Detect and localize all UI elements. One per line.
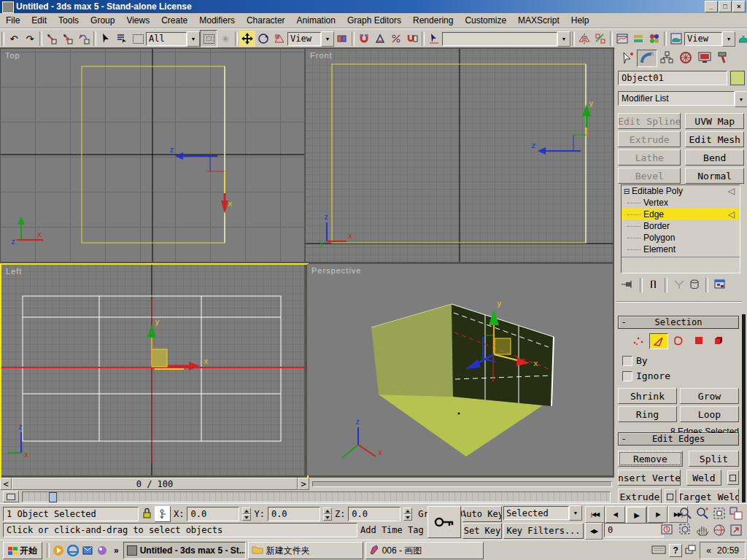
menu-help[interactable]: Help bbox=[565, 14, 595, 27]
start-button[interactable]: 开始 bbox=[3, 542, 42, 559]
render-type-dropdown[interactable]: View ▼ bbox=[684, 32, 735, 46]
menu-character[interactable]: Character bbox=[241, 14, 291, 27]
zoom-region-icon[interactable] bbox=[678, 523, 693, 540]
stack-item-element[interactable]: Element bbox=[622, 244, 740, 255]
viewport-perspective[interactable]: Perspective bbox=[307, 264, 613, 475]
stack-item-border[interactable]: Border bbox=[622, 220, 740, 232]
panel-scrollbar[interactable] bbox=[742, 314, 746, 502]
tray-collapse-chevron[interactable]: « bbox=[706, 545, 711, 556]
key-filters-button[interactable]: Key Filters... bbox=[503, 523, 584, 539]
object-name-field[interactable]: Object01 bbox=[618, 71, 727, 85]
menu-create[interactable]: Create bbox=[155, 14, 193, 27]
select-by-name-button[interactable] bbox=[114, 31, 130, 47]
dropdown-arrow-icon[interactable]: ▼ bbox=[569, 505, 582, 521]
element-sub-object-icon[interactable] bbox=[710, 333, 727, 348]
bend-button[interactable]: Bend bbox=[685, 149, 744, 166]
z-spinner[interactable] bbox=[403, 508, 412, 521]
minimize-button[interactable]: _ bbox=[705, 1, 718, 12]
zoom-all-icon[interactable] bbox=[695, 506, 710, 523]
extrude-button[interactable]: Extrude bbox=[618, 489, 662, 505]
zoom-icon[interactable] bbox=[678, 506, 693, 523]
z-coordinate-field[interactable]: 0.0 bbox=[348, 507, 400, 521]
mirror-button[interactable] bbox=[576, 31, 592, 47]
select-and-rotate-button[interactable] bbox=[255, 31, 271, 47]
pan-hand-icon[interactable] bbox=[695, 523, 710, 540]
grow-button[interactable]: Grow bbox=[680, 388, 739, 404]
viewport-left[interactable]: Left y bbox=[0, 263, 309, 480]
vertex-sub-object-icon[interactable] bbox=[630, 333, 647, 348]
insert-vertex-button[interactable]: Insert Vertex bbox=[618, 470, 681, 486]
dropdown-arrow-icon[interactable]: ▼ bbox=[735, 91, 747, 107]
tray-display-icon[interactable] bbox=[685, 545, 697, 557]
key-selection-dropdown[interactable]: Selected ▼ bbox=[503, 506, 582, 520]
menu-rendering[interactable]: Rendering bbox=[407, 14, 459, 27]
loop-button[interactable]: Loop bbox=[680, 406, 739, 422]
dropdown-arrow-icon[interactable]: ▼ bbox=[187, 31, 200, 47]
unlink-selection-button[interactable] bbox=[60, 31, 76, 47]
quick-render-button[interactable] bbox=[735, 31, 747, 47]
track-bar-ticks[interactable] bbox=[22, 491, 611, 502]
ring-button[interactable]: Ring bbox=[618, 406, 677, 422]
percent-snap-button[interactable] bbox=[388, 31, 404, 47]
menu-edit[interactable]: Edit bbox=[26, 14, 53, 27]
tab-hierarchy-icon[interactable] bbox=[657, 50, 676, 66]
set-key-mode-button[interactable] bbox=[427, 506, 461, 538]
menu-customize[interactable]: Customize bbox=[459, 14, 512, 27]
weld-button[interactable]: Weld bbox=[686, 470, 721, 486]
restore-button[interactable]: □ bbox=[719, 1, 732, 12]
make-unique-icon[interactable] bbox=[673, 279, 685, 292]
rollout-collapse-icon[interactable]: - bbox=[619, 317, 629, 327]
time-configuration-button[interactable] bbox=[661, 523, 674, 538]
quicklaunch-ie-icon[interactable] bbox=[66, 542, 80, 559]
menu-maxscript[interactable]: MAXScript bbox=[512, 14, 565, 27]
border-sub-object-icon[interactable] bbox=[670, 333, 688, 348]
stack-item-label[interactable]: Border bbox=[643, 221, 670, 231]
time-slider-handle[interactable]: 0 / 100 bbox=[12, 478, 298, 490]
material-editor-button[interactable] bbox=[646, 31, 662, 47]
x-coordinate-field[interactable]: 0.0 bbox=[187, 507, 239, 521]
weld-settings-button[interactable] bbox=[727, 470, 739, 485]
taskbar-task-folder[interactable]: 新建文件夹 bbox=[248, 542, 363, 559]
shrink-button[interactable]: Shrink bbox=[618, 388, 677, 404]
configure-modifier-sets-icon[interactable] bbox=[714, 279, 726, 292]
time-slider-right-arrow[interactable]: > bbox=[298, 478, 309, 490]
arc-rotate-icon[interactable] bbox=[712, 523, 727, 540]
use-pivot-center-button[interactable] bbox=[334, 31, 350, 47]
stack-item-label[interactable]: Vertex bbox=[643, 198, 668, 208]
snaps-toggle-button[interactable] bbox=[356, 31, 372, 47]
time-slider-left-arrow[interactable]: < bbox=[0, 478, 12, 490]
auto-key-button[interactable]: Auto Key bbox=[462, 506, 502, 522]
stack-item-label[interactable]: Element bbox=[643, 244, 676, 254]
zoom-extents-icon[interactable] bbox=[712, 506, 727, 523]
by-vertex-checkbox[interactable] bbox=[622, 356, 632, 366]
tray-help-icon[interactable]: ? bbox=[669, 544, 682, 557]
tray-keyboard-icon[interactable] bbox=[651, 545, 666, 556]
close-button[interactable]: × bbox=[732, 1, 746, 12]
split-button[interactable]: Split bbox=[689, 451, 739, 467]
menu-views[interactable]: Views bbox=[120, 14, 155, 27]
spinner-snap-button[interactable] bbox=[404, 31, 420, 47]
edit-edges-rollout-header[interactable]: - Edit Edges bbox=[618, 432, 739, 446]
show-end-result-icon[interactable] bbox=[649, 279, 659, 292]
undo-button[interactable]: ↶ bbox=[6, 31, 22, 47]
y-spinner[interactable] bbox=[323, 508, 332, 521]
taskbar-task-paint[interactable]: 006 - 画图 bbox=[365, 542, 484, 559]
stack-item-label[interactable]: Polygon bbox=[643, 233, 675, 243]
next-frame-button[interactable]: |▶ bbox=[648, 506, 667, 523]
current-frame-field[interactable]: 0 bbox=[604, 523, 664, 537]
polygon-sub-object-icon[interactable] bbox=[690, 333, 708, 348]
viewport-top[interactable]: Top z x bbox=[1, 49, 304, 262]
tab-display-icon[interactable] bbox=[695, 50, 714, 66]
set-key-button[interactable]: Set Key bbox=[462, 523, 502, 539]
named-selection-dropdown[interactable]: ▼ bbox=[442, 32, 570, 46]
x-spinner[interactable] bbox=[242, 508, 251, 521]
angle-snap-button[interactable] bbox=[372, 31, 388, 47]
previous-frame-button[interactable]: ◀| bbox=[605, 506, 625, 523]
tab-utilities-icon[interactable] bbox=[714, 50, 733, 66]
zoom-extents-all-icon[interactable] bbox=[729, 506, 743, 523]
modifier-list-dropdown[interactable]: Modifier List bbox=[618, 91, 735, 106]
rollout-collapse-icon[interactable]: - bbox=[619, 434, 629, 444]
menu-tools[interactable]: Tools bbox=[53, 14, 85, 27]
y-coordinate-field[interactable]: 0.0 bbox=[268, 507, 320, 521]
select-and-link-button[interactable] bbox=[44, 31, 60, 47]
